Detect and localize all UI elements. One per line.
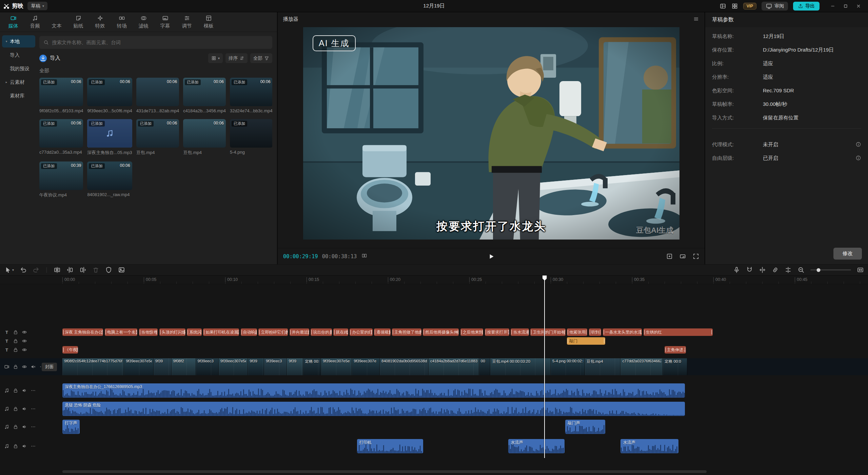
video-clip[interactable]: 9f08f2c054fc12dee774b1775d76f103.mp (62, 358, 124, 375)
text-clip[interactable]: 说出你的员工 (311, 328, 332, 336)
text-clip[interactable]: 遵循规矩 (374, 328, 390, 336)
media-sidebar-item-5[interactable]: 素材库 (2, 90, 35, 102)
text-clip[interactable]: 他紧张用 (567, 328, 587, 336)
text-clip[interactable]: 深夜 主角独自在办公室 (62, 328, 103, 336)
video-clip[interactable]: 84081902da0b0d956538d7461523df07 (380, 358, 429, 375)
video-clip[interactable]: 9f39eec3 (196, 358, 219, 375)
video-clip[interactable]: 定格 00:0 (663, 358, 687, 375)
media-tab-10[interactable]: 模板 (198, 13, 219, 31)
text-clip[interactable]: 当水流淌出 (511, 328, 529, 336)
text-clip[interactable]: 生锈的红 (644, 328, 713, 336)
text-clip[interactable]: 按要求打开了水 (485, 328, 509, 336)
search-input[interactable] (52, 40, 268, 45)
text-clip[interactable]: 如果打印机在凌晨2点15分之 (203, 328, 239, 336)
more-icon[interactable] (31, 406, 36, 412)
text-clip[interactable]: 之后他来到卫生 (460, 328, 484, 336)
text-clip[interactable]: 听到 (589, 328, 601, 336)
lock-icon[interactable] (13, 406, 18, 412)
video-clip[interactable]: 00 (479, 358, 491, 375)
media-item[interactable]: 已添加00:06c4184a2b...3456.mp4 (183, 78, 226, 113)
media-tab-8[interactable]: 字幕 (155, 13, 176, 31)
workspace-icon[interactable] (731, 3, 738, 10)
media-tab-1[interactable]: 媒体 (3, 13, 24, 31)
text-clip[interactable]: 主角照做了他的指 (392, 328, 421, 336)
audio-clip[interactable]: 水流声 (620, 439, 678, 453)
media-tab-3[interactable]: 文本 (46, 13, 67, 31)
play-button[interactable] (486, 251, 497, 262)
ratio-icon[interactable] (679, 253, 686, 260)
text-clip[interactable]: 一条水龙头里的水流成了 (603, 328, 642, 336)
media-sidebar-item-3[interactable]: 我的预设 (2, 62, 35, 75)
maximize-button[interactable] (840, 1, 852, 11)
video-clip[interactable]: 9f39eec307e5e (321, 358, 352, 375)
review-button[interactable]: 审阅 (762, 2, 788, 11)
export-button[interactable]: 导出 (793, 2, 820, 11)
sort-button[interactable]: 排序 (225, 53, 248, 63)
media-item[interactable]: 已添加00:0684081902..._raw.mp4 (87, 162, 132, 198)
media-tab-4[interactable]: 贴纸 (68, 13, 89, 31)
view-mode-button[interactable]: ▾ (208, 53, 223, 63)
lock-icon[interactable] (13, 347, 18, 353)
draft-menu-button[interactable]: 草稿 ▾ (27, 2, 47, 10)
lock-icon[interactable] (13, 329, 18, 335)
timeline-ruler[interactable]: 00:0000:0500:1000:1500:2000:2500:3000:35… (0, 276, 868, 284)
text-clip[interactable]: 当他惊奇查看 (139, 328, 158, 336)
mute-icon[interactable] (31, 364, 36, 369)
eye-icon[interactable] (22, 338, 27, 344)
media-sidebar-item-4[interactable]: ▸云素材 (2, 76, 35, 88)
zoom-slider-knob[interactable] (817, 268, 821, 272)
zoom-out-icon[interactable] (797, 266, 805, 273)
video-clip[interactable]: 9f39 (287, 358, 303, 375)
speaker-icon[interactable] (22, 424, 27, 430)
matting-icon[interactable] (118, 266, 125, 273)
text-clip[interactable]: 然后他将摄像头伸出了自己 (423, 328, 459, 336)
text-clip[interactable]: 立即粉碎它们的员工 (258, 328, 288, 336)
more-icon[interactable] (31, 424, 36, 430)
audio-clip[interactable]: 水流声 (508, 439, 565, 453)
lock-icon[interactable] (13, 364, 18, 369)
magnet-icon[interactable] (746, 266, 753, 273)
text-clip[interactable]: 系统闪现 (187, 328, 202, 336)
record-audio-icon[interactable] (733, 266, 740, 273)
modify-button[interactable]: 修改 (833, 248, 862, 260)
media-item[interactable]: 00:06豆包.mp4 (183, 119, 226, 156)
eye-icon[interactable] (22, 347, 27, 353)
playhead[interactable] (544, 276, 545, 458)
zoom-slider[interactable] (810, 269, 851, 270)
preview-axis-icon[interactable] (785, 266, 792, 273)
audio-clip[interactable]: 深夜主角独自在办公_1766126989505.mp3 (62, 383, 685, 398)
more-icon[interactable] (31, 443, 36, 449)
video-clip[interactable]: 豆包.mp4 00:00:03:20 (490, 358, 551, 375)
video-clip[interactable]: 9f08f2 (172, 358, 196, 375)
audio-clip[interactable]: 打印机 (357, 439, 423, 453)
trim-right-icon[interactable] (79, 266, 86, 273)
text-clip[interactable]: 电脑上有一个名为《午夜 (105, 328, 137, 336)
text-clip[interactable]: 办公室的灯闪烁 (350, 328, 373, 336)
video-clip[interactable]: 定格 00:00:0 (303, 358, 321, 375)
close-button[interactable] (852, 1, 865, 11)
video-clip[interactable]: 5-4.png 00:00:02:09 (551, 358, 585, 375)
split-icon[interactable] (54, 266, 61, 273)
video-clip[interactable]: 豆包.mp4 (585, 358, 621, 375)
media-tab-6[interactable]: 转场 (111, 13, 132, 31)
lock-icon[interactable] (13, 388, 18, 393)
media-item[interactable]: 已添加5-4.png (230, 119, 272, 156)
text-clip[interactable]: 并向最近的监控摄 (290, 328, 309, 336)
video-clip[interactable]: c4184a2b8ad2d7d6e11883e331333456.mp4 (429, 358, 479, 375)
video-clip[interactable]: 9f39eec3 (264, 358, 287, 375)
vip-badge[interactable]: VIP (743, 3, 756, 10)
trim-left-icon[interactable] (66, 266, 74, 273)
media-sidebar-item-1[interactable]: ▾本地 (2, 35, 35, 48)
media-item[interactable]: 已添加深夜主角独自...05.mp3 (87, 119, 132, 156)
text-clip[interactable]: 就在此时 (333, 328, 348, 336)
video-clip[interactable]: 9f39 (248, 358, 264, 375)
text-clip[interactable]: 《午夜协 (62, 346, 78, 354)
cover-button[interactable]: 封面 (42, 363, 57, 371)
layout-icon[interactable] (719, 3, 726, 10)
media-item[interactable]: 已添加00:39午夜协议.mp4 (39, 162, 83, 198)
info-icon[interactable] (855, 141, 861, 147)
undo-icon[interactable] (20, 266, 27, 273)
enhance-icon[interactable] (666, 253, 673, 260)
text-clip[interactable]: 自动响起 (241, 328, 257, 336)
search-bar[interactable] (39, 36, 272, 49)
